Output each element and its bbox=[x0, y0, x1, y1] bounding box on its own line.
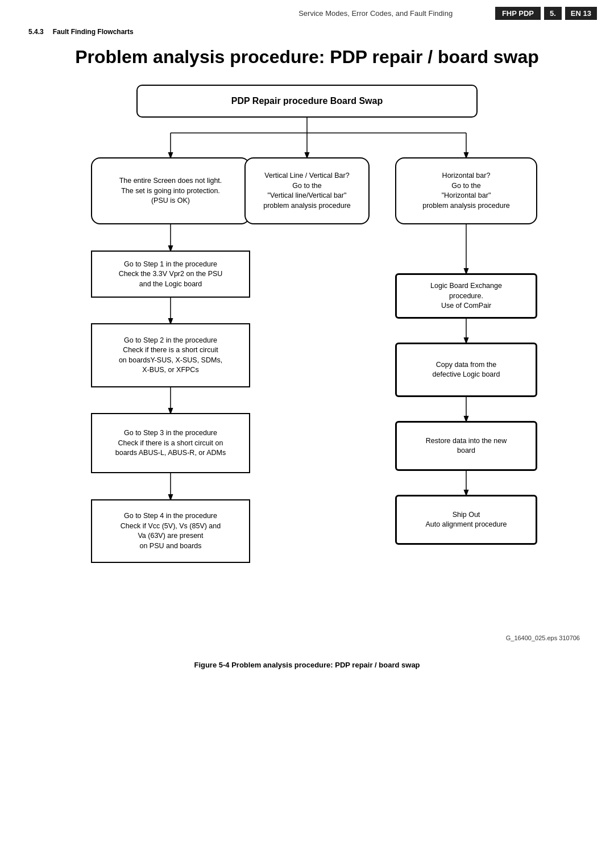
page-title: Problem analysis procedure: PDP repair /… bbox=[0, 36, 614, 73]
flowchart-box1: The entire Screen does not light. The se… bbox=[91, 157, 250, 224]
header-section-num: 5. bbox=[544, 7, 562, 20]
header: Service Modes, Error Codes, and Fault Fi… bbox=[0, 0, 614, 24]
flowchart-box6: Go to Step 2 in the procedure Check if t… bbox=[91, 323, 250, 387]
flowchart-top-box: PDP Repair procedure Board Swap bbox=[136, 85, 478, 118]
fig-ref: G_16400_025.eps 310706 bbox=[506, 635, 580, 641]
flowchart: PDP Repair procedure Board Swap The enti… bbox=[34, 73, 580, 653]
flowchart-box9: Restore data into the new board bbox=[395, 421, 537, 471]
section-number: 5.4.3 bbox=[28, 28, 44, 36]
flowchart-box5: Logic Board Exchange procedure. Use of C… bbox=[395, 273, 537, 319]
header-badge: FHP PDP bbox=[495, 7, 541, 20]
flowchart-box3: Horizontal bar? Go to the "Horizontal ba… bbox=[395, 157, 537, 224]
flowchart-box11: Ship Out Auto alignment procedure bbox=[395, 495, 537, 545]
page: Service Modes, Error Codes, and Fault Fi… bbox=[0, 0, 614, 868]
flowchart-box2: Vertical Line / Vertical Bar? Go to the … bbox=[244, 157, 370, 224]
fig-caption: Figure 5-4 Problem analysis procedure: P… bbox=[34, 661, 580, 681]
header-right: FHP PDP 5. EN 13 bbox=[495, 7, 597, 20]
header-page-code: EN 13 bbox=[565, 7, 597, 20]
section-title: Fault Finding Flowcharts bbox=[53, 28, 134, 36]
flowchart-box7: Copy data from the defective Logic board bbox=[395, 343, 537, 397]
header-title: Service Modes, Error Codes, and Fault Fi… bbox=[256, 9, 495, 18]
flowchart-box10: Go to Step 4 in the procedure Check if V… bbox=[91, 499, 250, 563]
flowchart-box4: Go to Step 1 in the procedure Check the … bbox=[91, 251, 250, 298]
flowchart-box8: Go to Step 3 in the procedure Check if t… bbox=[91, 413, 250, 473]
